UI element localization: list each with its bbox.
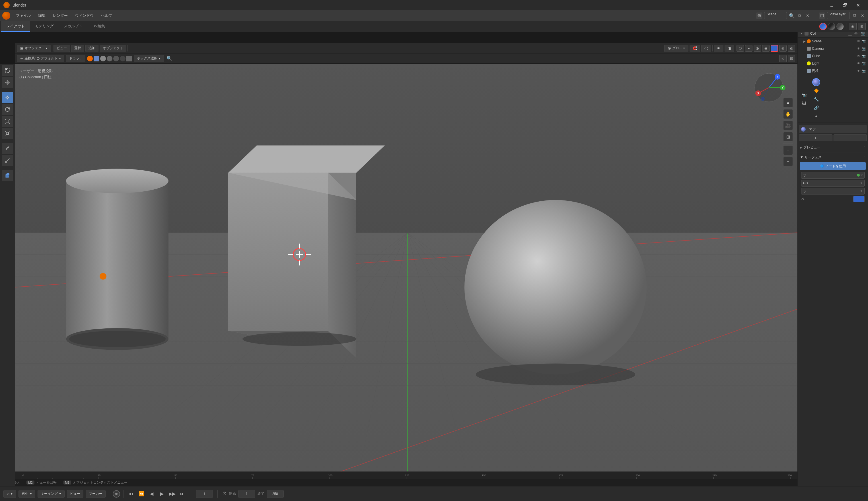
be-color[interactable] <box>853 196 865 202</box>
select-box-tool[interactable] <box>2 65 13 76</box>
ra-dropdown[interactable]: ラ ▼ <box>801 188 865 194</box>
prop-particles[interactable]: ✦ <box>812 112 820 120</box>
scene-close-btn[interactable]: ✕ <box>805 12 811 19</box>
shading-solid-btn[interactable] <box>819 23 827 30</box>
end-frame[interactable]: 250 <box>266 490 284 498</box>
tab-sculpt[interactable]: スカルプト <box>59 21 87 32</box>
rotate-tool[interactable] <box>2 104 13 115</box>
snap-dropdown-btn[interactable]: ボックス選択 ▼ <box>134 55 164 62</box>
tree-item-light[interactable]: Light 👁📷 <box>798 60 868 67</box>
prop-constraint[interactable]: 🔗 <box>812 104 820 112</box>
viewport-3d[interactable]: ユーザー・透視投影 (1) Collection | 円柱 Z Y X ▲ <box>15 64 797 486</box>
tl-view-btn[interactable]: ビュー <box>67 490 83 498</box>
vp-zoom-in-2[interactable]: + <box>783 145 793 155</box>
shading-material-btn[interactable] <box>828 23 835 30</box>
shading-active-btn[interactable] <box>771 45 778 52</box>
transform-tool[interactable] <box>2 128 13 139</box>
gg-dropdown[interactable]: GG ▼ <box>801 180 865 186</box>
tl-prev-key[interactable]: ⏪ <box>137 490 145 498</box>
tl-last-frame[interactable]: ⏭ <box>178 490 186 498</box>
preview-header[interactable]: ▶ プレビュー ⋮⋮ <box>800 143 866 151</box>
menu-edit[interactable]: 編集 <box>35 12 49 19</box>
tl-next-frame[interactable]: ▶▶ <box>168 490 176 498</box>
scene-input[interactable]: Scene <box>764 12 787 19</box>
view-rect-btn[interactable] <box>94 56 99 61</box>
proportional-btn[interactable]: ◯ <box>701 45 711 52</box>
prop-object-data[interactable]: 🔶 <box>812 87 820 95</box>
measure-tool[interactable] <box>2 155 13 166</box>
tab-uv[interactable]: UV編集 <box>87 21 110 32</box>
sph5-btn[interactable] <box>126 56 132 61</box>
shading-cycles-btn[interactable]: ◎ <box>779 45 787 52</box>
search-btn[interactable]: 🔍 <box>166 55 173 62</box>
tl-play-btn[interactable]: 再生 ▼ <box>19 490 35 498</box>
viewlayer-input[interactable]: ViewLayer <box>827 12 850 19</box>
sph2-btn[interactable] <box>107 56 112 61</box>
tab-modeling[interactable]: モデリング <box>30 21 59 32</box>
sph4-btn[interactable] <box>120 56 126 61</box>
vp-camera[interactable]: 🎥 <box>783 120 793 130</box>
current-frame[interactable]: 1 <box>196 490 213 498</box>
vp-ortho[interactable]: ⊞ <box>783 132 793 142</box>
tree-item-cyl[interactable]: 円柱 👁📷 <box>798 67 868 74</box>
maximize-button[interactable]: 🗗 <box>838 0 851 10</box>
tl-play[interactable]: ▶ <box>158 490 166 498</box>
prop-modifier[interactable]: 🔧 <box>812 95 820 103</box>
shading-rnd-btn[interactable]: ◉ <box>762 45 770 52</box>
tl-first-frame[interactable]: ⏮ <box>127 490 135 498</box>
view-menu-btn[interactable]: ビュー <box>53 45 70 52</box>
scene-search-btn[interactable]: 🔍 <box>788 12 795 19</box>
scale-tool[interactable] <box>2 116 13 127</box>
overlay-btn[interactable]: ◉ <box>849 23 857 30</box>
sph3-btn[interactable] <box>113 56 119 61</box>
shading-render-btn[interactable] <box>836 23 844 30</box>
vp-zoom-out[interactable]: − <box>783 157 793 166</box>
viewport-overlays-btn[interactable]: 👁 <box>714 45 723 52</box>
viewlayer-copy-btn[interactable]: ⧉ <box>851 12 858 19</box>
menu-render[interactable]: レンダー <box>50 12 71 19</box>
coord-system-btn[interactable]: 座標系: デフォルト ▼ <box>17 55 64 62</box>
annotate-tool[interactable] <box>2 143 13 154</box>
tree-item-scene[interactable]: ▶ Scene 👁📷 <box>798 38 868 45</box>
gizmo-btn[interactable]: ⊞ <box>858 23 866 30</box>
shading-wire-btn[interactable]: ⬡ <box>736 45 744 52</box>
viewlayer-close-btn[interactable]: ✕ <box>859 12 866 19</box>
select-menu-btn[interactable]: 選択 <box>71 45 84 52</box>
tree-item-cube[interactable]: Cube 👁📷 <box>798 52 868 60</box>
vp-zoom-in[interactable]: ▲ <box>783 98 793 107</box>
nodes-use-btn[interactable]: 🔷 ノードを使用 <box>800 162 866 170</box>
move-tool[interactable] <box>2 92 13 103</box>
tl-prev-frame[interactable]: ◀ <box>148 490 156 498</box>
material-remove-btn[interactable]: − <box>834 135 867 141</box>
xray-btn[interactable]: ◨ <box>724 45 734 52</box>
prop-output[interactable]: 🖼 <box>800 99 808 107</box>
add-cube-tool[interactable] <box>2 170 13 181</box>
vp-pan[interactable]: ✋ <box>783 109 793 119</box>
close-button[interactable]: ✕ <box>851 0 865 10</box>
tab-layout[interactable]: レイアウト <box>1 21 30 32</box>
prop-render[interactable]: 📷 <box>800 91 808 99</box>
surface-type-dropdown[interactable]: サ... プ <box>801 172 865 179</box>
split-panel-btn[interactable]: ⊟ <box>788 55 795 62</box>
col-checkbox[interactable] <box>848 32 852 35</box>
transform-orientation-btn[interactable]: ドラッ... <box>66 55 85 62</box>
object-menu-btn[interactable]: オブジェクト <box>100 45 126 52</box>
transform-pivot-btn[interactable]: グロ... ▼ <box>664 45 688 52</box>
surface-header[interactable]: ▼ サーフェス ⋮⋮ <box>800 153 866 161</box>
timeline-editor-type[interactable]: ◁ ▼ <box>3 490 16 498</box>
material-add-btn[interactable]: + <box>799 135 833 141</box>
hide-panel-btn[interactable]: ◁ <box>779 55 787 62</box>
cursor-tool[interactable] <box>2 77 13 88</box>
shading-eevee-btn[interactable]: ◐ <box>788 45 795 52</box>
menu-help[interactable]: ヘルプ <box>98 12 116 19</box>
editor-type-btn[interactable]: ⊞ オブジェク... ▼ <box>17 45 51 52</box>
prop-material-active[interactable] <box>812 78 820 86</box>
scene-copy-btn[interactable]: ⧉ <box>797 12 803 19</box>
tree-item-cam[interactable]: Camera 👁📷 <box>798 45 868 52</box>
keyframe-indicator[interactable] <box>113 490 120 498</box>
shading-solid-small-btn[interactable]: ● <box>745 45 752 52</box>
nav-gizmo[interactable]: Z Y X <box>752 71 780 99</box>
sphere-btn[interactable] <box>100 56 106 61</box>
tl-marker-btn[interactable]: マーカー <box>86 490 106 498</box>
start-frame[interactable]: 1 <box>238 490 255 498</box>
